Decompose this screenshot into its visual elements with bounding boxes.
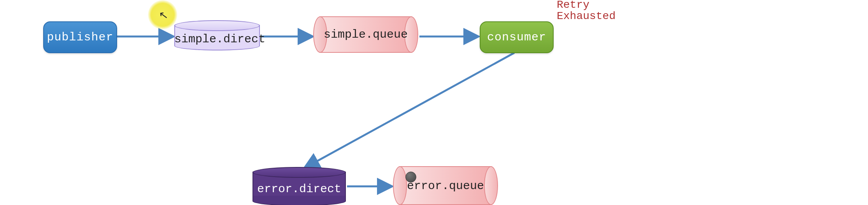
diagram-canvas: ↖ Retry Exhausted publisher simple.direc… bbox=[0, 0, 868, 205]
simple-queue-node: simple.queue bbox=[313, 16, 418, 53]
retry-exhausted-annotation: Retry Exhausted bbox=[557, 0, 615, 22]
consumer-node: consumer bbox=[480, 21, 554, 53]
error-direct-label: error.direct bbox=[253, 182, 346, 196]
simple-direct-label: simple.direct bbox=[174, 33, 260, 46]
simple-queue-label: simple.queue bbox=[313, 28, 418, 41]
arrow-consumer-to-error-direct bbox=[305, 53, 514, 168]
consumer-label: consumer bbox=[487, 31, 546, 44]
publisher-node: publisher bbox=[43, 21, 117, 53]
error-direct-exchange: error.direct bbox=[253, 167, 346, 205]
cursor-pointer-icon: ↖ bbox=[158, 8, 169, 22]
error-queue-node: error.queue bbox=[393, 166, 498, 205]
simple-direct-exchange: simple.direct bbox=[174, 20, 260, 50]
publisher-label: publisher bbox=[47, 31, 113, 44]
error-queue-label: error.queue bbox=[393, 179, 498, 193]
